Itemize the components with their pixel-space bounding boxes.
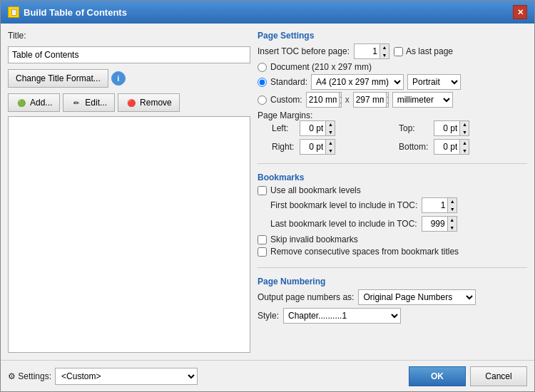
last-level-down[interactable]: ▼ xyxy=(448,224,457,232)
unit-select[interactable]: millimeter xyxy=(392,92,453,108)
first-level-down[interactable]: ▼ xyxy=(448,205,457,213)
custom-height-up[interactable]: ▲ xyxy=(387,92,389,100)
title-bar: 📋 Build Table of Contents ✕ xyxy=(1,1,534,24)
last-level-spinbox[interactable]: ▲ ▼ xyxy=(422,216,457,232)
custom-width-input[interactable] xyxy=(307,93,339,107)
left-margin-spinbox[interactable]: ▲ ▼ xyxy=(300,120,335,136)
page-settings-title: Page Settings xyxy=(258,31,527,41)
paper-size-select[interactable]: A4 (210 x 297 mm) xyxy=(311,74,404,90)
document-radio[interactable] xyxy=(258,63,267,72)
last-level-row: Last bookmark level to include in TOC: ▲… xyxy=(270,216,527,232)
close-button[interactable]: ✕ xyxy=(513,5,527,19)
title-input[interactable] xyxy=(8,46,250,63)
style-select[interactable]: Chapter..........1 1 i a xyxy=(283,308,401,324)
page-numbering-section: Page Numbering Output page numbers as: O… xyxy=(258,277,527,326)
custom-radio-row: Custom: ▲ ▼ x ▲ ▼ xyxy=(258,92,527,108)
as-last-page-checkbox[interactable] xyxy=(394,47,403,56)
last-level-label: Last bookmark level to include in TOC: xyxy=(270,219,417,229)
top-margin-input[interactable] xyxy=(434,121,459,135)
document-radio-row: Document (210 x 297 mm) xyxy=(258,62,527,72)
right-margin-input[interactable] xyxy=(300,140,325,154)
output-page-select[interactable]: Original Page Numbers Consecutive Number… xyxy=(358,289,476,305)
standard-radio[interactable] xyxy=(258,78,267,87)
bottom-margin-down[interactable]: ▼ xyxy=(460,147,469,155)
dialog-icon: 📋 xyxy=(8,6,19,18)
first-level-up[interactable]: ▲ xyxy=(448,197,457,205)
left-margin-label: Left: xyxy=(272,123,294,133)
edit-button[interactable]: ✏ Edit... xyxy=(63,93,115,112)
custom-height-input[interactable] xyxy=(354,93,386,107)
change-title-format-button[interactable]: Change Title Format... xyxy=(8,69,108,88)
cancel-button[interactable]: Cancel xyxy=(470,366,527,386)
bottom-margin-up[interactable]: ▲ xyxy=(460,139,469,147)
custom-radio[interactable] xyxy=(258,96,267,105)
custom-width-up[interactable]: ▲ xyxy=(340,92,342,100)
right-margin-down[interactable]: ▼ xyxy=(326,147,335,155)
custom-width-spinbtns: ▲ ▼ xyxy=(339,92,342,108)
bottom-margin-input[interactable] xyxy=(434,140,459,154)
as-last-page-row: As last page xyxy=(394,46,453,56)
dialog: 📋 Build Table of Contents ✕ Title: Chang… xyxy=(0,0,535,392)
skip-invalid-checkbox[interactable] xyxy=(258,235,267,244)
top-margin-label: Top: xyxy=(399,123,428,133)
info-icon: i xyxy=(117,74,119,83)
use-all-bookmarks-checkbox[interactable] xyxy=(258,186,267,195)
document-label: Document (210 x 297 mm) xyxy=(270,62,372,72)
left-margin-input[interactable] xyxy=(300,121,325,135)
divider2 xyxy=(258,267,527,268)
top-margin-up[interactable]: ▲ xyxy=(460,120,469,128)
first-level-input[interactable] xyxy=(422,198,447,212)
bottom-margin-spinbox[interactable]: ▲ ▼ xyxy=(434,139,469,155)
left-margin-spinbtns: ▲ ▼ xyxy=(325,120,335,136)
add-label: Add... xyxy=(30,98,52,108)
info-button[interactable]: i xyxy=(111,71,126,86)
settings-select[interactable]: <Custom> xyxy=(55,368,198,385)
entries-list[interactable] xyxy=(8,116,250,353)
divider1 xyxy=(258,163,527,164)
remove-consecutive-row: Remove consecutive spaces from bookmark … xyxy=(258,247,527,257)
remove-icon: 🔴 xyxy=(126,97,137,108)
bottom-margin-label: Bottom: xyxy=(399,142,428,152)
insert-toc-input[interactable] xyxy=(355,44,379,58)
settings-label: ⚙ Settings: xyxy=(8,371,51,381)
title-bar-left: 📋 Build Table of Contents xyxy=(8,6,127,18)
add-button[interactable]: 🟢 Add... xyxy=(8,93,60,112)
last-level-input[interactable] xyxy=(422,217,447,231)
custom-width-down[interactable]: ▼ xyxy=(340,100,342,108)
edit-icon: ✏ xyxy=(71,97,82,108)
first-level-spinbox[interactable]: ▲ ▼ xyxy=(422,197,457,213)
bookmarks-section: Bookmarks Use all bookmark levels First … xyxy=(258,172,527,259)
last-level-up[interactable]: ▲ xyxy=(448,216,457,224)
left-margin-down[interactable]: ▼ xyxy=(326,128,335,136)
x-separator: x xyxy=(345,95,350,105)
standard-label: Standard: xyxy=(270,77,307,87)
style-row: Style: Chapter..........1 1 i a xyxy=(258,308,527,324)
ok-button[interactable]: OK xyxy=(409,366,466,386)
insert-toc-down[interactable]: ▼ xyxy=(380,51,389,59)
insert-toc-spinbox[interactable]: ▲ ▼ xyxy=(354,43,389,59)
custom-height-spinbox[interactable]: ▲ ▼ xyxy=(353,92,389,108)
title-field-label: Title: xyxy=(8,31,250,41)
top-margin-spinbox[interactable]: ▲ ▼ xyxy=(434,120,469,136)
as-last-page-label: As last page xyxy=(406,46,453,56)
insert-toc-spinbtns: ▲ ▼ xyxy=(379,43,389,59)
top-margin-down[interactable]: ▼ xyxy=(460,128,469,136)
orientation-select[interactable]: Portrait xyxy=(407,74,461,90)
margins-section: Page Margins: Left: ▲ ▼ Top: xyxy=(258,110,527,155)
margins-grid: Left: ▲ ▼ Top: ▲ xyxy=(272,120,527,155)
skip-invalid-label: Skip invalid bookmarks xyxy=(270,234,358,244)
right-margin-up[interactable]: ▲ xyxy=(326,139,335,147)
remove-button[interactable]: 🔴 Remove xyxy=(118,93,180,112)
right-margin-label: Right: xyxy=(272,142,294,152)
remove-consecutive-checkbox[interactable] xyxy=(258,247,267,257)
custom-height-down[interactable]: ▼ xyxy=(387,100,389,108)
last-level-spinbtns: ▲ ▼ xyxy=(447,216,457,232)
top-margin-spinbtns: ▲ ▼ xyxy=(459,120,469,136)
bottom-margin-spinbtns: ▲ ▼ xyxy=(459,139,469,155)
custom-width-spinbox[interactable]: ▲ ▼ xyxy=(306,92,342,108)
left-margin-up[interactable]: ▲ xyxy=(326,120,335,128)
right-margin-spinbox[interactable]: ▲ ▼ xyxy=(300,139,335,155)
insert-toc-up[interactable]: ▲ xyxy=(380,43,389,51)
standard-radio-row: Standard: A4 (210 x 297 mm) Portrait xyxy=(258,74,527,90)
custom-height-spinbtns: ▲ ▼ xyxy=(386,92,389,108)
